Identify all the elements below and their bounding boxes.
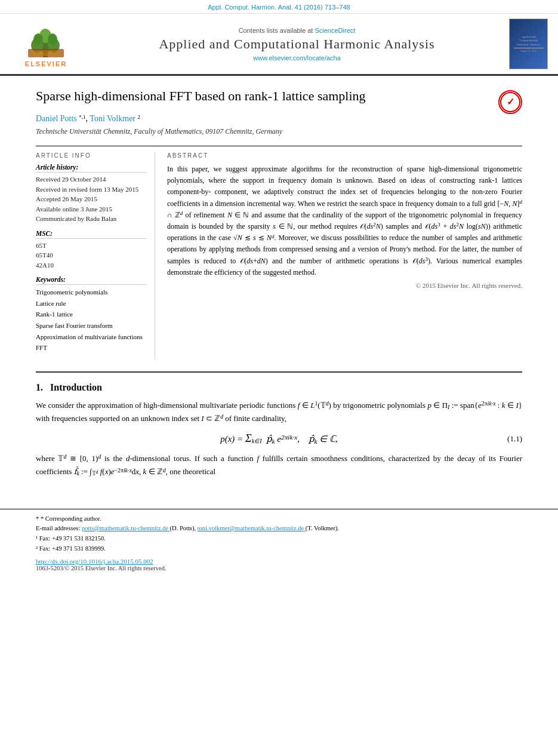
author1-sup: *,1	[79, 114, 85, 120]
fax1-note: ¹ Fax: +49 371 531 832150.	[36, 534, 522, 544]
svg-text:✓: ✓	[507, 97, 514, 107]
journal-title: Applied and Computational Harmonic Analy…	[85, 36, 509, 52]
msc2: 65T40	[36, 250, 146, 260]
logo-area: ELSEVIER	[7, 20, 85, 67]
elsevier-brand-text: ELSEVIER	[25, 60, 67, 67]
revised-date: Received in revised form 13 May 2015	[36, 185, 146, 195]
science-direct-link[interactable]: ScienceDirect	[315, 27, 355, 34]
equation-1-1: p(x) = Σk∈I p̂k e2πik·x, p̂k ∈ ℂ, (1.1)	[36, 432, 522, 445]
keywords-list: Trigonometric polynomials Lattice rule R…	[36, 287, 146, 354]
abstract-col: ABSTRACT In this paper, we suggest appro…	[167, 152, 522, 359]
accepted-date: Accepted 26 May 2015	[36, 194, 146, 204]
elsevier-logo: ELSEVIER	[25, 20, 67, 67]
abstract-heading: ABSTRACT	[167, 152, 522, 159]
msc-label: MSC:	[36, 230, 146, 239]
article-info-col: ARTICLE INFO Article history: Received 2…	[36, 152, 155, 359]
keywords-label: Keywords:	[36, 276, 146, 285]
intro-heading: 1. Introduction	[36, 382, 522, 393]
msc-block: MSC: 65T 65T40 42A10	[36, 230, 146, 271]
received-date: Received 29 October 2014	[36, 174, 146, 185]
email2-link[interactable]: toni.volkmer@mathematik.tu-chemnitz.de	[198, 525, 306, 531]
author1-name: Daniel Potts	[36, 114, 77, 123]
article-info-abstract: ARTICLE INFO Article history: Received 2…	[36, 146, 522, 359]
keywords-block: Keywords: Trigonometric polynomials Latt…	[36, 276, 146, 354]
history-label: Article history:	[36, 164, 146, 173]
article-history-block: Article history: Received 29 October 201…	[36, 164, 146, 224]
msc3: 42A10	[36, 260, 146, 271]
keyword-4: Sparse fast Fourier transform	[36, 320, 146, 331]
crossmark-icon: ✓	[500, 91, 521, 113]
main-content: Sparse high-dimensional FFT based on ran…	[0, 76, 558, 497]
journal-cover: Applied andComputationalHarmonic Analysi…	[509, 19, 551, 69]
doi-link[interactable]: http://dx.doi.org/10.1016/j.acha.2015.05…	[36, 558, 522, 565]
author2-name: Toni Volkmer	[90, 114, 135, 123]
equation-number-1-1: (1.1)	[507, 434, 522, 444]
corresponding-author-note: * * Corresponding author.	[36, 514, 522, 524]
available-date: Available online 3 June 2015	[36, 204, 146, 214]
author1-link[interactable]: Daniel Potts	[36, 114, 79, 123]
crossmark-badge: ✓	[498, 90, 522, 114]
keyword-2: Lattice rule	[36, 298, 146, 309]
title-row: Sparse high-dimensional FFT based on ran…	[36, 88, 522, 114]
elsevier-tree-icon	[25, 20, 67, 59]
journal-url: www.elsevier.com/locate/acha	[85, 54, 509, 62]
cover-box: Applied andComputationalHarmonic Analysi…	[509, 19, 548, 69]
introduction-section: 1. Introduction We consider the approxim…	[36, 382, 522, 478]
email-note: E-mail addresses: potts@mathematik.tu-ch…	[36, 524, 522, 534]
fax2-note: ² Fax: +49 371 531 839999.	[36, 544, 522, 554]
equation-content: p(x) = Σk∈I p̂k e2πik·x, p̂k ∈ ℂ,	[220, 432, 338, 445]
affiliation: Technische Universität Chemnitz, Faculty…	[36, 127, 522, 136]
citation-bar: Appl. Comput. Harmon. Anal. 41 (2016) 71…	[0, 0, 558, 14]
svg-point-5	[33, 33, 43, 45]
author2-link[interactable]: Toni Volkmer	[90, 114, 137, 123]
abstract-text: In this paper, we suggest approximate al…	[167, 164, 522, 278]
journal-center: Contents lists available at ScienceDirec…	[85, 27, 509, 62]
paper-title: Sparse high-dimensional FFT based on ran…	[36, 88, 366, 105]
svg-point-6	[48, 33, 57, 45]
intro-paragraph-2: where 𝕋d ≅ [0, 1)d is the d-dimensional …	[36, 452, 522, 478]
copyright-line: © 2015 Elsevier Inc. All rights reserved…	[167, 282, 522, 289]
keyword-1: Trigonometric polynomials	[36, 287, 146, 298]
keyword-5: Approximation of multivariate functions	[36, 331, 146, 343]
journal-header: ELSEVIER Contents lists available at Sci…	[0, 14, 558, 76]
authors-line: Daniel Potts *,1, Toni Volkmer 2	[36, 114, 522, 124]
communicated-by: Communicated by Radu Balan	[36, 214, 146, 224]
issn-line: 1063-5203/© 2015 Elsevier Inc. All right…	[36, 565, 522, 571]
keyword-6: FFT	[36, 342, 146, 354]
paper-footer: * * Corresponding author. E-mail address…	[0, 509, 558, 571]
email1-link[interactable]: potts@mathematik.tu-chemnitz.de	[82, 525, 170, 531]
keyword-3: Rank-1 lattice	[36, 309, 146, 320]
author2-sup: 2	[138, 114, 141, 120]
section-divider	[36, 371, 522, 373]
article-info-heading: ARTICLE INFO	[36, 152, 146, 159]
msc1: 65T	[36, 241, 146, 251]
svg-rect-8	[30, 50, 62, 56]
cover-box-text: Applied andComputationalHarmonic Analysi…	[514, 35, 544, 53]
citation-text: Appl. Comput. Harmon. Anal. 41 (2016) 71…	[208, 4, 350, 11]
intro-paragraph-1: We consider the approximation of high-di…	[36, 399, 522, 425]
contents-label: Contents lists available at ScienceDirec…	[85, 27, 509, 34]
